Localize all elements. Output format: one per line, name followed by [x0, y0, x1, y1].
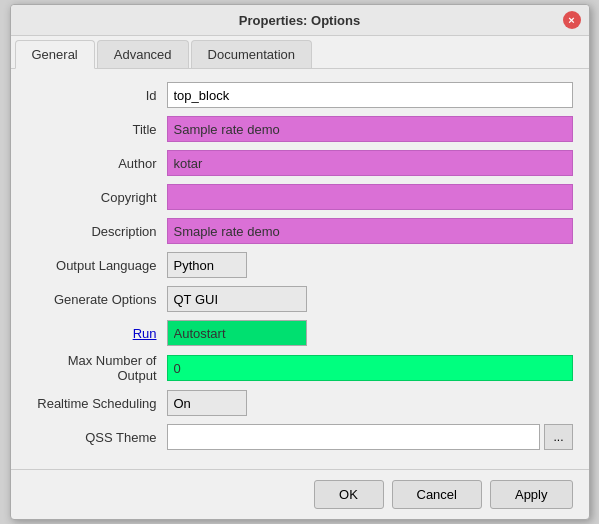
tab-bar: General Advanced Documentation — [11, 36, 589, 69]
form-content: Id Title Author Copyright Description Ou… — [11, 69, 589, 469]
copyright-row: Copyright — [27, 183, 573, 211]
id-input[interactable] — [167, 82, 573, 108]
close-button[interactable]: × — [563, 11, 581, 29]
author-input[interactable] — [167, 150, 573, 176]
copyright-label: Copyright — [27, 190, 167, 205]
generate-options-select-wrapper: QT GUI No GUI Bokeh GUI — [167, 286, 307, 312]
author-row: Author — [27, 149, 573, 177]
tab-general[interactable]: General — [15, 40, 95, 69]
output-language-select[interactable]: Python C++ — [167, 252, 247, 278]
tab-advanced[interactable]: Advanced — [97, 40, 189, 68]
run-row: Run Autostart Prompt Off — [27, 319, 573, 347]
apply-button[interactable]: Apply — [490, 480, 573, 509]
author-label: Author — [27, 156, 167, 171]
generate-options-label: Generate Options — [27, 292, 167, 307]
output-language-select-wrapper: Python C++ — [167, 252, 247, 278]
max-output-label: Max Number of Output — [27, 353, 167, 383]
output-language-label: Output Language — [27, 258, 167, 273]
realtime-label: Realtime Scheduling — [27, 396, 167, 411]
qss-label: QSS Theme — [27, 430, 167, 445]
generate-options-row: Generate Options QT GUI No GUI Bokeh GUI — [27, 285, 573, 313]
max-output-row: Max Number of Output — [27, 353, 573, 383]
realtime-select[interactable]: On Off — [167, 390, 247, 416]
title-row: Title — [27, 115, 573, 143]
description-row: Description — [27, 217, 573, 245]
run-label[interactable]: Run — [27, 326, 167, 341]
ok-button[interactable]: OK — [314, 480, 384, 509]
run-select[interactable]: Autostart Prompt Off — [167, 320, 307, 346]
description-input[interactable] — [167, 218, 573, 244]
browse-button[interactable]: ... — [544, 424, 572, 450]
qss-input[interactable] — [167, 424, 541, 450]
title-input[interactable] — [167, 116, 573, 142]
tab-documentation[interactable]: Documentation — [191, 40, 312, 68]
qss-field-group: ... — [167, 424, 573, 450]
copyright-input[interactable] — [167, 184, 573, 210]
properties-dialog: Properties: Options × General Advanced D… — [10, 4, 590, 520]
id-label: Id — [27, 88, 167, 103]
cancel-button[interactable]: Cancel — [392, 480, 482, 509]
max-output-input[interactable] — [167, 355, 573, 381]
titlebar: Properties: Options × — [11, 5, 589, 36]
dialog-footer: OK Cancel Apply — [11, 469, 589, 519]
id-row: Id — [27, 81, 573, 109]
realtime-row: Realtime Scheduling On Off — [27, 389, 573, 417]
dialog-title: Properties: Options — [37, 13, 563, 28]
title-label: Title — [27, 122, 167, 137]
run-select-wrapper: Autostart Prompt Off — [167, 320, 307, 346]
realtime-select-wrapper: On Off — [167, 390, 247, 416]
description-label: Description — [27, 224, 167, 239]
qss-row: QSS Theme ... — [27, 423, 573, 451]
generate-options-select[interactable]: QT GUI No GUI Bokeh GUI — [167, 286, 307, 312]
output-language-row: Output Language Python C++ — [27, 251, 573, 279]
